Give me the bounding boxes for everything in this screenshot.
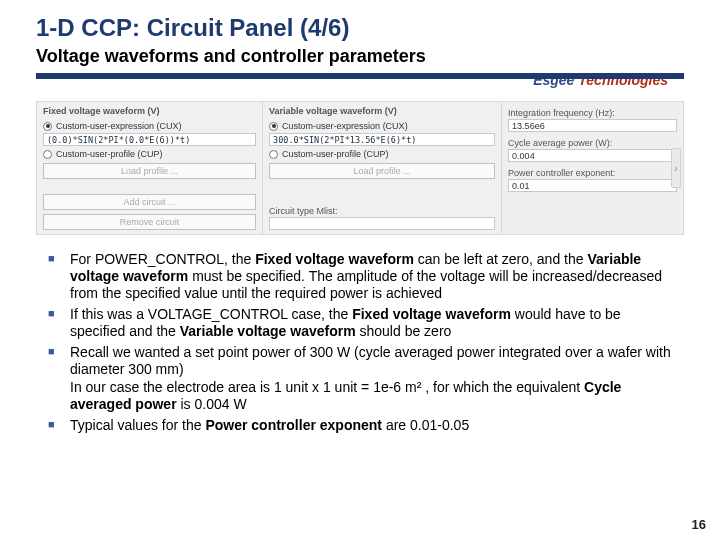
variable-expression-input[interactable]: 300.0*SIN(2*PI*13.56*E(6)*t) bbox=[269, 133, 495, 146]
bullet-4: Typical values for the Power controller … bbox=[48, 417, 672, 434]
slide-subtitle: Voltage waveforms and controller paramet… bbox=[0, 44, 720, 73]
chevron-right-icon[interactable]: › bbox=[671, 148, 681, 188]
pcexp-input[interactable]: 0.01 bbox=[508, 179, 677, 192]
notes-list: For POWER_CONTROL, the Fixed voltage wav… bbox=[0, 245, 720, 434]
circuit-mlist-input[interactable] bbox=[269, 217, 495, 230]
bullet-1: For POWER_CONTROL, the Fixed voltage wav… bbox=[48, 251, 672, 302]
radio-variable-cux[interactable] bbox=[269, 122, 278, 131]
add-circuit-button[interactable]: Add circuit ... bbox=[43, 194, 256, 210]
radio-variable-cux-label: Custom-user-expression (CUX) bbox=[282, 121, 408, 131]
cyclepw-input[interactable]: 0.004 bbox=[508, 149, 677, 162]
radio-fixed-cup-label: Custom-user-profile (CUP) bbox=[56, 149, 163, 159]
intfreq-label: Integration frequency (Hz): bbox=[508, 108, 677, 118]
fixed-heading: Fixed voltage waveform (V) bbox=[43, 106, 256, 118]
variable-load-profile-button[interactable]: Load profile ... bbox=[269, 163, 495, 179]
radio-fixed-cup[interactable] bbox=[43, 150, 52, 159]
radio-variable-cup[interactable] bbox=[269, 150, 278, 159]
fixed-expression-input[interactable]: (0.0)*SIN(2*PI*(0.0*E(6))*t) bbox=[43, 133, 256, 146]
remove-circuit-button[interactable]: Remove circuit bbox=[43, 214, 256, 230]
page-number: 16 bbox=[692, 517, 706, 532]
circuit-mlist-label: Circuit type Mlist: bbox=[269, 206, 495, 216]
cyclepw-label: Cycle average power (W): bbox=[508, 138, 677, 148]
circuit-panel-screenshot: Fixed voltage waveform (V) Custom-user-e… bbox=[36, 101, 684, 235]
radio-fixed-cux[interactable] bbox=[43, 122, 52, 131]
controller-params-column: Integration frequency (Hz): 13.56e6 Cycl… bbox=[502, 102, 683, 234]
variable-waveform-column: Variable voltage waveform (V) Custom-use… bbox=[263, 102, 502, 234]
pcexp-label: Power controller exponent: bbox=[508, 168, 677, 178]
fixed-waveform-column: Fixed voltage waveform (V) Custom-user-e… bbox=[37, 102, 263, 234]
bullet-3: Recall we wanted a set point power of 30… bbox=[48, 344, 672, 412]
radio-fixed-cux-label: Custom-user-expression (CUX) bbox=[56, 121, 182, 131]
fixed-load-profile-button[interactable]: Load profile ... bbox=[43, 163, 256, 179]
intfreq-input[interactable]: 13.56e6 bbox=[508, 119, 677, 132]
title-rule bbox=[36, 73, 684, 79]
bullet-2: If this was a VOLTAGE_CONTROL case, the … bbox=[48, 306, 672, 340]
variable-heading: Variable voltage waveform (V) bbox=[269, 106, 495, 118]
radio-variable-cup-label: Custom-user-profile (CUP) bbox=[282, 149, 389, 159]
slide-title: 1-D CCP: Circuit Panel (4/6) bbox=[0, 0, 720, 44]
